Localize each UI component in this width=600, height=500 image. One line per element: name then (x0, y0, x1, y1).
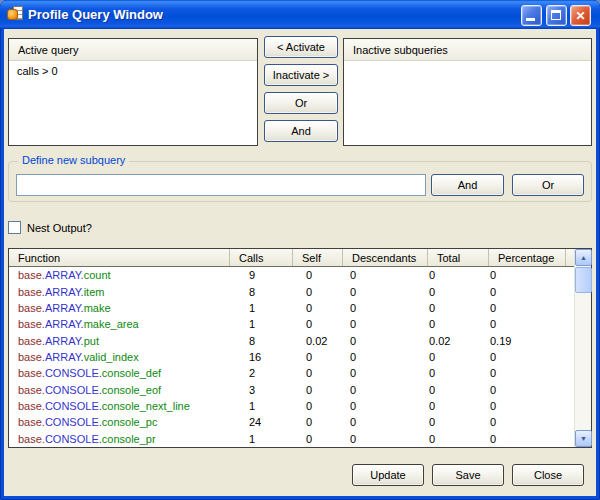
table-row[interactable]: base.ARRAY.valid_index160000 (9, 349, 574, 365)
close-button[interactable]: ✕ (570, 5, 591, 26)
minimize-icon (526, 18, 535, 21)
table-row[interactable]: base.CONSOLE.console_pc240000 (9, 414, 574, 430)
profile-results-table: Function Calls Self Descendants Total Pe… (8, 248, 592, 448)
scroll-down-button[interactable]: ▼ (575, 430, 592, 447)
table-row[interactable]: base.ARRAY.make10000 (9, 300, 574, 316)
column-header-total[interactable]: Total (427, 249, 488, 266)
and-subquery-button[interactable]: And (431, 174, 504, 196)
inactivate-button[interactable]: Inactivate > (264, 64, 338, 86)
maximize-button[interactable] (546, 5, 567, 26)
scroll-up-icon: ▲ (580, 254, 587, 261)
inactive-subqueries-panel: Inactive subqueries (343, 38, 592, 146)
subquery-input[interactable] (16, 174, 426, 196)
close-icon: ✕ (571, 6, 590, 25)
column-header-function[interactable]: Function (9, 249, 229, 266)
or-subquery-button[interactable]: Or (512, 174, 584, 196)
active-query-panel: Active query calls > 0 (8, 38, 258, 146)
table-header-row: Function Calls Self Descendants Total Pe… (9, 249, 591, 267)
table-row[interactable]: base.CONSOLE.console_eof30000 (9, 382, 574, 398)
activate-button[interactable]: < Activate (264, 36, 338, 58)
table-row[interactable]: base.ARRAY.item80000 (9, 283, 574, 299)
inactive-subqueries-header: Inactive subqueries (344, 39, 591, 61)
table-row[interactable]: base.ARRAY.make_area10000 (9, 316, 574, 332)
column-header-percentage[interactable]: Percentage (488, 249, 565, 266)
define-subquery-legend: Define new subquery (18, 154, 129, 166)
scroll-up-button[interactable]: ▲ (575, 249, 592, 266)
nest-output-label[interactable]: Nest Output? (27, 221, 92, 235)
maximize-icon (551, 10, 561, 20)
table-row[interactable]: base.ARRAY.put80.0200.020.19 (9, 332, 574, 348)
minimize-button[interactable] (521, 5, 542, 26)
active-query-header: Active query (9, 39, 257, 61)
profiler-badge-icon (7, 9, 18, 20)
table-row[interactable]: base.CONSOLE.console_pr10000 (9, 431, 574, 447)
titlebar: Profile Query Window ✕ (0, 0, 600, 29)
scroll-down-icon: ▼ (580, 435, 587, 442)
column-header-descendants[interactable]: Descendants (342, 249, 427, 266)
app-icon (7, 6, 23, 22)
active-query-item[interactable]: calls > 0 (9, 61, 257, 77)
table-body: base.ARRAY.count90000base.ARRAY.item8000… (9, 267, 574, 447)
or-transfer-button[interactable]: Or (264, 92, 338, 114)
window-title: Profile Query Window (28, 0, 163, 29)
table-row[interactable]: base.CONSOLE.console_next_line10000 (9, 398, 574, 414)
and-transfer-button[interactable]: And (264, 120, 338, 142)
update-button[interactable]: Update (352, 464, 424, 486)
close-dialog-button[interactable]: Close (512, 464, 584, 486)
table-row[interactable]: base.ARRAY.count90000 (9, 267, 574, 283)
save-button[interactable]: Save (432, 464, 504, 486)
profile-query-window: Profile Query Window ✕ Active query call… (0, 0, 600, 500)
table-row[interactable]: base.CONSOLE.console_def20000 (9, 365, 574, 381)
scrollbar-thumb[interactable] (575, 267, 592, 293)
column-header-self[interactable]: Self (292, 249, 342, 266)
nest-output-checkbox[interactable] (8, 221, 21, 234)
vertical-scrollbar[interactable]: ▲ ▼ (574, 249, 591, 447)
column-header-calls[interactable]: Calls (229, 249, 292, 266)
